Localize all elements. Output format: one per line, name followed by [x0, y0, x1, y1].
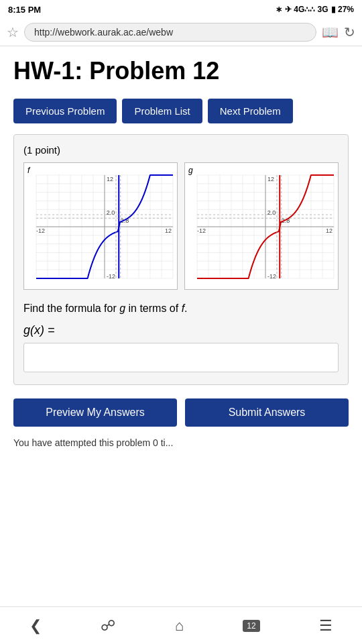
graphs-row: f g — [23, 162, 339, 290]
url-bar: ☆ http://webwork.aurak.ac.ae/webw 📖 ↻ — [0, 19, 362, 46]
status-time: 8:15 PM — [8, 5, 41, 15]
menu-nav-icon[interactable]: ☰ — [319, 617, 333, 635]
status-bar: 8:15 PM ∗ ✈ 4G∴∴ 3G ▮ 27% — [0, 0, 362, 19]
submit-answers-button[interactable]: Submit Answers — [185, 398, 349, 427]
bottom-hint: You have attempted this problem 0 ti... — [13, 437, 349, 448]
problem-list-button[interactable]: Problem List — [122, 99, 202, 123]
bookmark-icon[interactable]: 📖 — [322, 24, 339, 40]
next-problem-button[interactable]: Next Problem — [208, 99, 293, 123]
bluetooth-icon: ∗ — [276, 5, 282, 14]
preview-answers-button[interactable]: Preview My Answers — [13, 398, 177, 427]
nav-buttons: Previous Problem Problem List Next Probl… — [13, 99, 349, 123]
left-graph: f — [23, 162, 178, 290]
star-icon[interactable]: ☆ — [7, 24, 19, 40]
bottom-nav: ❮ ☍ ⌂ 12 ☰ — [0, 606, 362, 644]
bookmarks-nav-icon[interactable]: ☍ — [101, 617, 115, 635]
home-nav-icon[interactable]: ⌂ — [175, 617, 184, 635]
url-field[interactable]: http://webwork.aurak.ac.ae/webw — [24, 23, 316, 42]
instruction-text: Find the formula for g in terms of f. — [23, 301, 339, 317]
submit-row: Preview My Answers Submit Answers — [13, 398, 349, 427]
battery-icon: ▮ 27% — [331, 5, 354, 14]
status-icons: ∗ ✈ 4G∴∴ 3G ▮ 27% — [276, 5, 354, 14]
tabs-nav-icon[interactable]: 12 — [243, 620, 259, 632]
left-graph-label: f — [27, 166, 29, 175]
right-graph-label: g — [188, 166, 193, 175]
right-graph: g — [184, 162, 339, 290]
point-label: (1 point) — [23, 144, 339, 156]
gx-label: g(x) = — [23, 323, 339, 337]
signal-icon: ✈ 4G∴∴ 3G — [285, 5, 328, 14]
answer-input[interactable] — [23, 343, 339, 372]
problem-card: (1 point) f g Find the formula for g in … — [13, 134, 349, 385]
previous-problem-button[interactable]: Previous Problem — [13, 99, 117, 123]
refresh-icon[interactable]: ↻ — [344, 24, 355, 40]
back-nav-icon[interactable]: ❮ — [29, 617, 42, 635]
page-title: HW-1: Problem 12 — [13, 57, 349, 85]
tab-count[interactable]: 12 — [243, 620, 259, 632]
main-content: HW-1: Problem 12 Previous Problem Proble… — [0, 46, 362, 459]
